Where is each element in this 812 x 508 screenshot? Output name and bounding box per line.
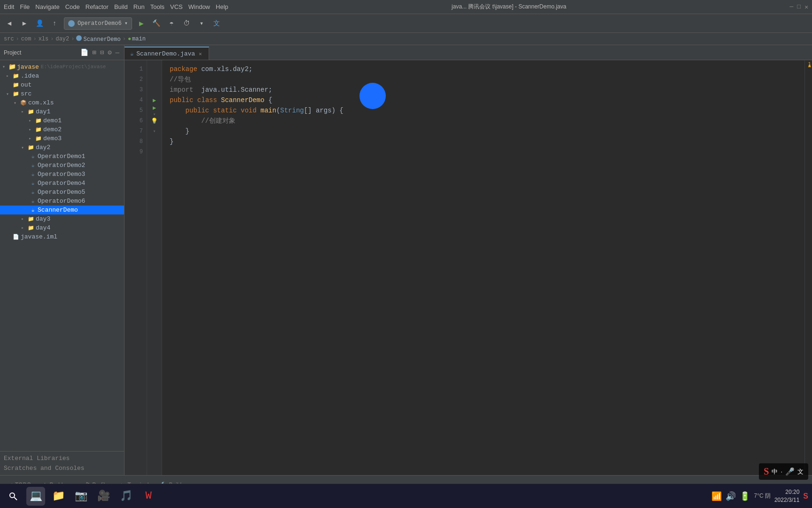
gutter-5[interactable]: ▶ ▾ (147, 105, 162, 116)
tree-operatordemo2[interactable]: ☕ OperatorDemo2 (0, 161, 124, 170)
code-line-7[interactable]: } (170, 126, 804, 136)
menu-refactor[interactable]: Refactor (86, 3, 109, 10)
taskbar-music[interactable]: 🎵 (117, 487, 135, 506)
build-btn[interactable]: 🔨 (151, 18, 162, 29)
navigate-btn[interactable]: ↑ (49, 18, 60, 29)
tree-day1[interactable]: ▸ 📁 day1 (0, 107, 124, 116)
tray-ime[interactable]: S (803, 492, 808, 500)
ime-mode-chinese[interactable]: 中 (772, 468, 778, 476)
sidebar-expand-btn[interactable]: ⊞ (91, 48, 97, 57)
scratches-consoles-item[interactable]: Scratches and Consoles (0, 463, 124, 473)
tree-operatordemo3[interactable]: ☕ OperatorDemo3 (0, 170, 124, 179)
open-brace-class: { (265, 95, 273, 105)
tree-operatordemo1[interactable]: ☕ OperatorDemo1 (0, 152, 124, 161)
line-num-5: 5 (140, 105, 143, 116)
tree-demo2[interactable]: ▸ 📁 demo2 (0, 125, 124, 134)
close-btn[interactable]: ✕ (804, 3, 808, 11)
line-num-4: 4 (140, 95, 143, 105)
breadcrumb-src[interactable]: src (4, 36, 14, 42)
code-line-5[interactable]: public static void main ( String [] args… (170, 105, 804, 116)
tree-day2[interactable]: ▾ 📁 day2 (0, 143, 124, 152)
recent-files-btn[interactable]: 👤 (34, 18, 45, 29)
taskbar-camera[interactable]: 📷 (71, 487, 90, 506)
code-line-4[interactable]: public class ScannerDemo { (170, 95, 804, 105)
ime-mic-icon[interactable]: 🎤 (785, 467, 795, 476)
more-btn[interactable]: ▾ (196, 18, 207, 29)
gutter-7[interactable]: ▾ (147, 126, 162, 136)
back-btn[interactable]: ◀ (4, 18, 15, 29)
tray-network[interactable]: 📶 (711, 491, 722, 501)
tree-scannerdemo[interactable]: ☕ ScannerDemo (0, 206, 124, 214)
code-line-2[interactable]: //导包 (170, 74, 804, 85)
external-libraries-item[interactable]: External Libraries (0, 453, 124, 463)
breadcrumb-main[interactable]: ●main (128, 36, 146, 42)
time-block[interactable]: 20:20 2022/3/11 (774, 488, 799, 504)
tree-operatordemo4[interactable]: ☕ OperatorDemo4 (0, 179, 124, 188)
taskbar-word[interactable]: W (139, 487, 158, 506)
menu-navigate[interactable]: Navigate (35, 3, 59, 10)
code-line-8[interactable]: } (170, 136, 804, 147)
run-class-btn[interactable]: ▶ (153, 97, 156, 104)
right-gutter: ▲ 1 (804, 60, 812, 475)
code-area[interactable]: package com.xls.day2; //导包 import java.u… (162, 60, 804, 475)
fold-brace-btn[interactable]: ▾ (153, 128, 156, 134)
code-line-1[interactable]: package com.xls.day2; (170, 64, 804, 74)
taskbar-video[interactable]: 🎥 (94, 487, 113, 506)
tree-out[interactable]: 📁 out (0, 80, 124, 89)
bulb-icon[interactable]: 💡 (151, 118, 158, 125)
breadcrumb-com[interactable]: com (21, 36, 31, 42)
tree-javase-iml[interactable]: 📄 javase.iml (0, 232, 124, 241)
keyword-void: void (241, 105, 257, 116)
taskbar-intellij[interactable]: 💻 (26, 487, 45, 506)
tree-operatordemo5[interactable]: ☕ OperatorDemo5 (0, 188, 124, 197)
taskbar-explorer[interactable]: 📁 (49, 487, 68, 506)
sidebar: Project 📄 ⊞ ⊟ ⚙ — ▾ 📁 javase E:\ideaProj… (0, 45, 125, 475)
minimize-btn[interactable]: ─ (790, 3, 794, 11)
tree-src[interactable]: ▾ 📁 src (0, 89, 124, 98)
run-btn[interactable]: ▶ (136, 18, 147, 29)
tree-day3[interactable]: ▸ 📁 day3 (0, 214, 124, 223)
sidebar-settings-btn[interactable]: ⚙ (107, 48, 112, 57)
menu-help[interactable]: Help (216, 3, 228, 10)
ime-option[interactable]: 文 (797, 468, 804, 476)
tree-root[interactable]: ▾ 📁 javase E:\ideaProject\javase (0, 62, 124, 71)
sidebar-collapse-btn[interactable]: ⊟ (99, 48, 105, 57)
menu-edit[interactable]: Edit (4, 3, 14, 10)
breadcrumb-scannerdemo[interactable]: ScannerDemo (76, 35, 120, 43)
breadcrumb-xls[interactable]: xls (39, 36, 49, 42)
code-line-6[interactable]: //创建对象 (170, 116, 804, 126)
breadcrumb-day2[interactable]: day2 (55, 36, 69, 42)
menu-window[interactable]: Window (188, 3, 210, 10)
sidebar-hide-btn[interactable]: — (115, 48, 120, 57)
code-line-3[interactable]: import java.util.Scanner; (170, 85, 804, 95)
editor-content[interactable]: 1 2 3 4 5 6 7 8 9 ▶ ▶ ▾ (125, 60, 812, 475)
coverage-btn[interactable]: ☂ (166, 18, 177, 29)
profile-btn[interactable]: ⏱ (181, 18, 192, 29)
sidebar-new-file-btn[interactable]: 📄 (79, 48, 89, 57)
line-num-2: 2 (140, 74, 143, 85)
tree-idea[interactable]: ▸ 📁 .idea (0, 71, 124, 80)
tree-demo3[interactable]: ▸ 📁 demo3 (0, 134, 124, 143)
tree-com-xls[interactable]: ▾ 📦 com.xls (0, 98, 124, 107)
gutter-6: 💡 (147, 116, 162, 126)
tab-scannerdemo[interactable]: ☕ ScannerDemo.java ✕ (125, 47, 209, 60)
run-config-dropdown[interactable]: OperatorDemo6 ▾ (64, 17, 132, 30)
forward-btn[interactable]: ▶ (19, 18, 30, 29)
tray-battery[interactable]: 🔋 (740, 491, 750, 501)
menu-code[interactable]: Code (65, 3, 80, 10)
tab-close-btn[interactable]: ✕ (198, 50, 203, 58)
maximize-btn[interactable]: □ (797, 3, 801, 11)
tree-demo1[interactable]: ▸ 📁 demo1 (0, 116, 124, 125)
menu-vcs[interactable]: VCS (170, 3, 183, 10)
tree-operatordemo6[interactable]: ☕ OperatorDemo6 (0, 197, 124, 206)
translate-btn[interactable]: 文 (211, 18, 222, 29)
tray-speakers[interactable]: 🔊 (726, 491, 736, 501)
run-main-btn[interactable]: ▶ (153, 104, 156, 111)
menu-build[interactable]: Build (114, 3, 128, 10)
tree-day4[interactable]: ▸ 📁 day4 (0, 223, 124, 232)
code-line-9[interactable] (170, 147, 804, 157)
taskbar-search[interactable] (4, 487, 23, 506)
menu-file[interactable]: File (20, 3, 30, 10)
menu-tools[interactable]: Tools (150, 3, 164, 10)
menu-run[interactable]: Run (133, 3, 145, 10)
